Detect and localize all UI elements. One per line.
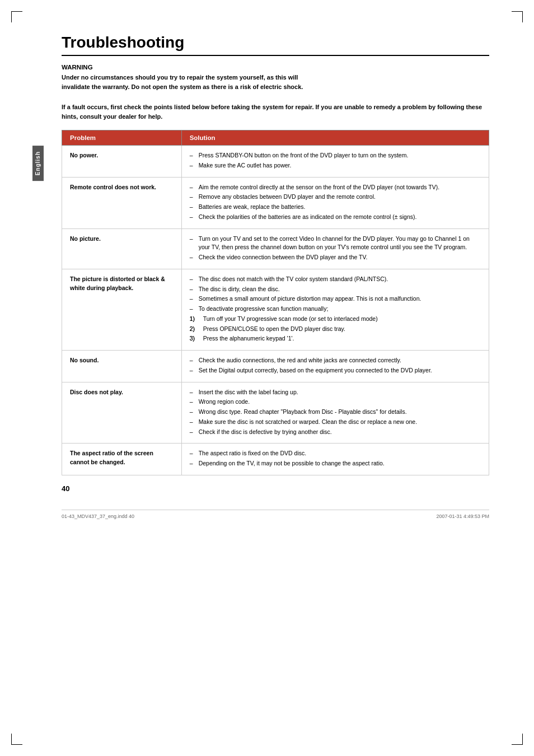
solution-cell: The disc does not match with the TV colo… xyxy=(181,269,489,350)
solution-item: The disc is dirty, clean the disc. xyxy=(190,285,481,294)
table-row: The aspect ratio of the screen cannot be… xyxy=(62,444,489,475)
problem-cell: The aspect ratio of the screen cannot be… xyxy=(62,444,182,475)
sidebar-language-label: English xyxy=(32,146,44,181)
footer-file: 01-43_MDV437_37_eng.indd 40 xyxy=(62,514,134,519)
warning-section: WARNING Under no circumstances should yo… xyxy=(62,64,489,91)
solution-item: Check if the disc is defective by trying… xyxy=(190,428,481,437)
page-footer: 01-43_MDV437_37_eng.indd 40 2007-01-31 4… xyxy=(62,510,489,519)
solution-item: Remove any obstacles between DVD player … xyxy=(190,193,481,202)
page-number: 40 xyxy=(62,484,489,493)
table-row: No picture.Turn on your TV and set to th… xyxy=(62,228,489,269)
solution-item: Check the audio connections, the red and… xyxy=(190,356,481,365)
solution-cell: Turn on your TV and set to the correct V… xyxy=(181,228,489,269)
problem-cell: The picture is distorted or black & whit… xyxy=(62,269,182,350)
table-row: Remote control does not work.Aim the rem… xyxy=(62,177,489,228)
footer-date: 2007-01-31 4:49:53 PM xyxy=(436,514,489,519)
corner-mark-br xyxy=(512,734,523,745)
solution-item: Check the polarities of the batteries ar… xyxy=(190,213,481,222)
problem-cell: No picture. xyxy=(62,228,182,269)
solution-cell: The aspect ratio is fixed on the DVD dis… xyxy=(181,444,489,475)
solution-item: Make sure the disc is not scratched or w… xyxy=(190,418,481,427)
solution-item: The aspect ratio is fixed on the DVD dis… xyxy=(190,449,481,458)
table-row: No sound.Check the audio connections, th… xyxy=(62,351,489,382)
problem-cell: Disc does not play. xyxy=(62,382,182,444)
solution-item: Depending on the TV, it may not be possi… xyxy=(190,459,481,468)
main-content: Troubleshooting WARNING Under no circums… xyxy=(62,34,489,519)
solution-numbered-item: 1)Turn off your TV progressive scan mode… xyxy=(190,315,481,324)
table-row: The picture is distorted or black & whit… xyxy=(62,269,489,350)
corner-mark-tl xyxy=(11,11,22,22)
solution-item: Turn on your TV and set to the correct V… xyxy=(190,235,481,253)
solution-cell: Press STANDBY-ON button on the front of … xyxy=(181,146,489,178)
solution-cell: Insert the disc with the label facing up… xyxy=(181,382,489,444)
warning-title: WARNING xyxy=(62,64,489,71)
solution-item: To deactivate progressive scan function … xyxy=(190,305,481,314)
warning-body: Under no circumstances should you try to… xyxy=(62,73,489,91)
problem-cell: No power. xyxy=(62,146,182,178)
table-row: Disc does not play.Insert the disc with … xyxy=(62,382,489,444)
intro-text: If a fault occurs, first check the point… xyxy=(62,102,489,121)
solution-item: Set the Digital output correctly, based … xyxy=(190,366,481,375)
col-header-problem: Problem xyxy=(62,130,182,146)
solution-item: Check the video connection between the D… xyxy=(190,253,481,262)
solution-cell: Aim the remote control directly at the s… xyxy=(181,177,489,228)
page-title: Troubleshooting xyxy=(62,34,489,56)
page-container: English Troubleshooting WARNING Under no… xyxy=(0,0,534,756)
solution-numbered-item: 2)Press OPEN/CLOSE to open the DVD playe… xyxy=(190,325,481,334)
solution-item: The disc does not match with the TV colo… xyxy=(190,275,481,284)
troubleshooting-table: Problem Solution No power.Press STANDBY-… xyxy=(62,130,489,475)
problem-cell: No sound. xyxy=(62,351,182,382)
solution-item: Wrong disc type. Read chapter "Playback … xyxy=(190,408,481,417)
problem-cell: Remote control does not work. xyxy=(62,177,182,228)
solution-item: Aim the remote control directly at the s… xyxy=(190,183,481,192)
col-header-solution: Solution xyxy=(181,130,489,146)
table-row: No power.Press STANDBY-ON button on the … xyxy=(62,146,489,178)
solution-item: Press STANDBY-ON button on the front of … xyxy=(190,151,481,160)
solution-item: Sometimes a small amount of picture dist… xyxy=(190,295,481,304)
corner-mark-bl xyxy=(11,734,22,745)
solution-item: Wrong region code. xyxy=(190,398,481,407)
solution-item: Insert the disc with the label facing up… xyxy=(190,388,481,397)
solution-item: Batteries are weak, replace the batterie… xyxy=(190,203,481,212)
solution-cell: Check the audio connections, the red and… xyxy=(181,351,489,382)
solution-item: Make sure the AC outlet has power. xyxy=(190,161,481,170)
solution-numbered-item: 3)Press the alphanumeric keypad '1'. xyxy=(190,334,481,343)
corner-mark-tr xyxy=(512,11,523,22)
